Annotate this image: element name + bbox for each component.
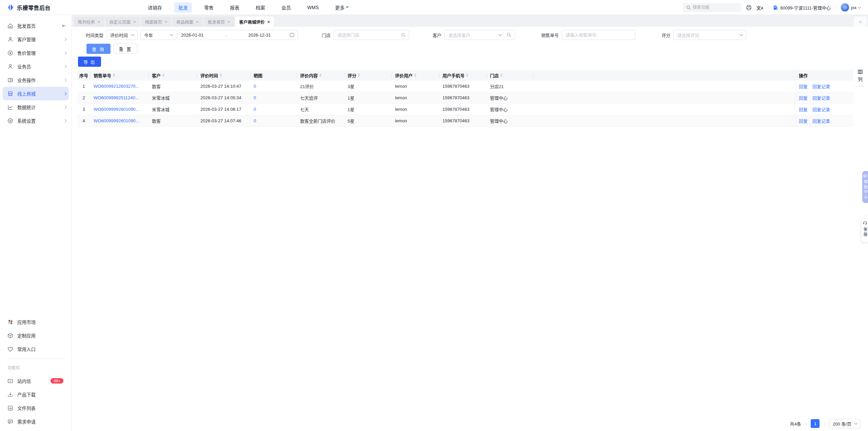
sidebar-item-statistics[interactable]: 数据统计: [0, 100, 72, 114]
date-start[interactable]: 2026-01-01: [181, 33, 204, 38]
customer-filter[interactable]: 请选择客户: [445, 30, 515, 40]
reply-link[interactable]: 回复: [799, 83, 808, 89]
tab-archive-home[interactable]: 档案首页×: [141, 17, 172, 27]
sidebar-item-file-list[interactable]: 文件列表: [0, 401, 72, 415]
close-icon[interactable]: ×: [98, 20, 100, 24]
photos-count-link[interactable]: 0: [254, 118, 256, 123]
photos-count-link[interactable]: 0: [254, 95, 256, 100]
user-menu[interactable]: jxx: [841, 3, 861, 12]
photos-count-link[interactable]: 0: [254, 107, 256, 112]
sidebar-item-app-market[interactable]: 应用市场: [0, 315, 72, 329]
table-row[interactable]: 4 WO60099992601090... 散客 2026-03-27 14:0…: [77, 115, 853, 127]
page-number-button[interactable]: 1: [811, 419, 820, 428]
tab-customer-mall-reviews[interactable]: 客户商城评价×: [235, 17, 274, 27]
query-button[interactable]: 查 询: [86, 44, 111, 54]
sort-icon[interactable]: [466, 74, 468, 77]
sidebar-item-customer-mgmt[interactable]: 客户管理: [0, 33, 72, 46]
sidebar-item-inbox[interactable]: 站内信 99+: [0, 374, 72, 388]
topnav-item-retail[interactable]: 零售: [200, 2, 218, 13]
store-filter-input[interactable]: [337, 33, 401, 38]
reply-log-link[interactable]: 回复记录: [812, 118, 830, 124]
global-search[interactable]: [683, 3, 741, 12]
tab-display-task[interactable]: 陈列任务×: [74, 17, 104, 27]
search-icon[interactable]: [507, 33, 511, 37]
table-row[interactable]: 2 WO60099992511240... 米雪冰城 2026-03-27 14…: [77, 92, 853, 104]
sidebar-item-system-settings[interactable]: 系统设置: [0, 114, 72, 127]
reply-log-link[interactable]: 回复记录: [812, 106, 830, 112]
collapse-sidebar-icon[interactable]: ⇤: [62, 23, 66, 29]
col-header-review-user[interactable]: 评价用户: [392, 70, 439, 81]
sidebar-item-business-ops[interactable]: 业务操作: [0, 73, 72, 87]
topnav-item-inventory[interactable]: 进销存: [144, 2, 166, 13]
close-icon[interactable]: ×: [228, 20, 230, 24]
close-icon[interactable]: ×: [268, 20, 270, 24]
customer-service-tab[interactable]: 客服: [862, 216, 868, 242]
reply-link[interactable]: 回复: [799, 106, 808, 112]
sort-icon[interactable]: [414, 74, 416, 77]
order-no-link[interactable]: WO60099212603270...: [94, 84, 139, 89]
order-no-field[interactable]: [562, 30, 635, 40]
topnav-item-more[interactable]: 更多: [331, 2, 353, 13]
search-icon[interactable]: [401, 33, 406, 37]
sidebar-item-salesman[interactable]: 业务员: [0, 60, 72, 73]
reply-link[interactable]: 回复: [799, 118, 808, 124]
next-page-button[interactable]: ›: [823, 421, 826, 426]
sort-icon[interactable]: [319, 74, 321, 77]
page-size-select[interactable]: 200 条/页: [829, 419, 861, 428]
table-row[interactable]: 3 WO60099992601090... 米雪冰城 2026-03-27 14…: [77, 104, 853, 115]
prev-page-button[interactable]: ‹: [805, 421, 808, 426]
tab-product-archive[interactable]: 商品档案×: [172, 17, 203, 27]
col-header-phone[interactable]: 用户手机号: [439, 70, 487, 81]
sort-icon[interactable]: [358, 74, 360, 77]
sort-icon[interactable]: [500, 74, 502, 77]
topnav-item-wholesale[interactable]: 批发: [174, 2, 192, 13]
close-icon[interactable]: ×: [165, 20, 167, 24]
help-center-tab[interactable]: 帮助中心: [862, 171, 868, 203]
column-settings-tool[interactable]: 列: [855, 69, 865, 87]
col-header-review-time[interactable]: 评价时间: [197, 70, 250, 81]
order-no-link[interactable]: WO60099992601090...: [94, 118, 139, 123]
reply-log-link[interactable]: 回复记录: [812, 95, 830, 101]
sidebar-item-wholesale-home[interactable]: 批发首页 ⇤: [0, 19, 72, 33]
topnav-item-members[interactable]: 会员: [277, 2, 295, 13]
table-row[interactable]: 1 WO60099212603270... 散客 2026-03-27 14:1…: [77, 81, 853, 92]
sidebar-item-product-download[interactable]: 产品下载: [0, 388, 72, 401]
col-header-customer[interactable]: 客户: [149, 70, 197, 81]
period-select[interactable]: 今年: [140, 30, 176, 40]
col-header-rating[interactable]: 评分: [344, 70, 392, 81]
export-button[interactable]: 导 出: [78, 57, 101, 67]
tab-wholesale-home[interactable]: 批发首页×: [204, 17, 234, 27]
translate-icon[interactable]: 文A: [756, 4, 763, 11]
reply-link[interactable]: 回复: [799, 95, 808, 101]
date-end[interactable]: 2026-12-31: [248, 33, 271, 38]
tenant-switcher[interactable]: 60099-宁波1111-管理中心: [773, 4, 831, 11]
reset-button[interactable]: 重 置: [114, 44, 138, 54]
sidebar-item-price-mgmt[interactable]: 售价管理: [0, 46, 72, 60]
col-header-content[interactable]: 评价内容: [297, 70, 344, 81]
tab-custom-page[interactable]: 自定义页面×: [105, 17, 140, 27]
sidebar-item-requirement-request[interactable]: 需求申请: [0, 415, 72, 428]
close-icon[interactable]: ×: [133, 20, 136, 24]
order-no-link[interactable]: WO60099992601090...: [94, 107, 139, 112]
topnav-item-wms[interactable]: WMS: [303, 3, 323, 12]
sort-icon[interactable]: [162, 74, 164, 77]
reply-log-link[interactable]: 回复记录: [812, 83, 830, 89]
tab-list-dropdown[interactable]: [854, 17, 867, 27]
global-search-input[interactable]: [693, 5, 733, 10]
time-type-select[interactable]: 评价时间: [106, 30, 138, 40]
close-icon[interactable]: ×: [196, 20, 199, 24]
order-no-input[interactable]: [566, 33, 632, 38]
topnav-item-reports[interactable]: 报表: [226, 2, 243, 13]
sidebar-item-favorites[interactable]: 常用入口: [0, 342, 72, 356]
store-filter[interactable]: [334, 30, 409, 40]
sort-icon[interactable]: [220, 74, 222, 77]
photos-count-link[interactable]: 0: [254, 84, 256, 89]
topnav-item-archives[interactable]: 档案: [252, 2, 269, 13]
sidebar-item-online-mall[interactable]: 线上商城: [3, 87, 69, 100]
sidebar-item-custom-app[interactable]: 定制应用: [0, 329, 72, 342]
col-header-order-no[interactable]: 销售单号: [90, 70, 149, 81]
rating-select[interactable]: 请选择评分: [673, 30, 746, 40]
sort-icon[interactable]: [113, 74, 115, 77]
printer-icon[interactable]: [746, 5, 752, 11]
order-no-link[interactable]: WO60099992511240...: [94, 95, 139, 100]
